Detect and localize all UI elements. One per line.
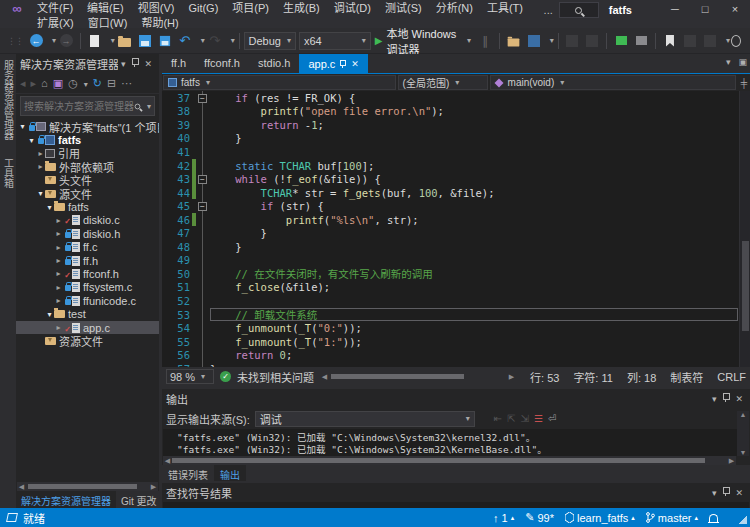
float-window-icon[interactable]: ▣ [738, 57, 747, 67]
document-tab[interactable]: ffconf.h [195, 54, 249, 73]
member-dropdown[interactable]: main(void)▾ [490, 75, 736, 90]
panel-close-icon[interactable]: ✕ [141, 59, 155, 69]
tree-item[interactable]: ▾源文件 [16, 187, 159, 200]
code-line[interactable]: 47 } [162, 226, 750, 240]
collapse-arrow-icon[interactable]: ▾ [18, 122, 27, 131]
refresh-icon[interactable]: ↻ [93, 77, 102, 90]
expand-arrow-icon[interactable]: ▸ [36, 162, 45, 171]
health-check-icon[interactable]: ✓ [220, 371, 231, 382]
solution-hscrollbar[interactable]: ◀ ▶ [17, 482, 158, 491]
save-all-icon[interactable] [156, 31, 174, 51]
pause-icon[interactable]: ∥ [476, 31, 494, 51]
tree-item[interactable]: ▸✓ffconf.h [16, 267, 159, 280]
comment-icon[interactable] [612, 31, 630, 51]
eol-mode[interactable]: CRLF [717, 371, 746, 383]
redo-icon[interactable]: ↷ [206, 31, 224, 51]
navigate-forward-icon[interactable]: → [57, 31, 75, 51]
preview-chevron-icon[interactable]: ▾ [550, 36, 554, 45]
toolbar-grip[interactable]: ⋮⋮ [7, 36, 23, 46]
resize-grip[interactable] [737, 512, 747, 524]
step-icon[interactable] [583, 31, 601, 51]
fold-collapse-icon[interactable]: − [198, 202, 207, 211]
editor-hscrollbar[interactable]: ◀ ▶ [320, 371, 516, 382]
code-line[interactable]: 40 } [162, 132, 750, 146]
tree-item[interactable]: ▸diskio.h [16, 227, 159, 240]
menu-item[interactable]: 项目(P) [225, 0, 276, 15]
menu-item[interactable]: 窗口(W) [81, 15, 135, 30]
tab-pin-icon[interactable] [340, 60, 346, 68]
tree-item[interactable]: ▸ff.c [16, 241, 159, 254]
expand-arrow-icon[interactable]: ▸ [54, 216, 63, 225]
document-tab[interactable]: stdio.h [249, 54, 299, 73]
collapse-arrow-icon[interactable]: ▾ [36, 189, 45, 198]
goto-next-message-icon[interactable]: ⇲ [521, 413, 529, 424]
editor-vscrollbar[interactable] [739, 91, 750, 367]
tree-item[interactable]: ▸ffunicode.c [16, 294, 159, 307]
panel-chevron-icon[interactable]: ▾ [709, 488, 720, 498]
open-folder-icon[interactable] [116, 31, 134, 51]
navigate-back-chevron-icon[interactable]: ▾ [52, 36, 56, 45]
tree-back-icon[interactable]: ◂ [20, 77, 26, 90]
code-line[interactable]: 55 f_unmount(_T("1:")); [162, 335, 750, 349]
code-line[interactable]: 57} [162, 362, 750, 367]
code-line[interactable]: 44 TCHAR* str = f_gets(buf, 100, &file); [162, 186, 750, 200]
toolbar-overflow-icon[interactable]: ⋯ [121, 77, 132, 90]
code-line[interactable]: 41 [162, 145, 750, 159]
project-dropdown[interactable]: fatfs▾ [163, 75, 396, 90]
tree-forward-icon[interactable]: ▸ [31, 77, 37, 90]
menu-item[interactable]: 调试(D) [327, 0, 378, 15]
pending-edits-button[interactable]: ✎ 99* [525, 511, 554, 524]
collapse-arrow-icon[interactable]: ▾ [45, 310, 54, 319]
menu-overflow-icon[interactable]: ... [538, 4, 559, 16]
close-button[interactable]: × [720, 0, 750, 20]
code-line[interactable]: 37− if (res != FR_OK) { [162, 91, 750, 105]
fold-collapse-icon[interactable]: − [198, 175, 207, 184]
notifications-bell-icon[interactable] [709, 514, 718, 522]
find-message-icon[interactable]: ⇤ [494, 413, 502, 424]
tree-item[interactable]: ▾fatfs [16, 133, 159, 146]
start-debugging-button[interactable]: ▶ 本地 Windows 调试器 ▾ [371, 31, 475, 51]
branch-button[interactable]: master ▴ [646, 512, 698, 524]
menu-item[interactable]: Git(G) [181, 0, 225, 15]
goto-prev-message-icon[interactable]: ⇱ [507, 413, 515, 424]
solution-configuration-dropdown[interactable]: Debug▾ [244, 32, 296, 50]
code-line[interactable]: 46 printf("%ls\n", str); [162, 213, 750, 227]
panel-tab-输出[interactable]: 输出 [214, 465, 246, 481]
pending-changes-filter-icon[interactable]: ◷▾ [68, 77, 88, 90]
clear-all-icon[interactable]: ☰ [534, 413, 543, 424]
code-line[interactable]: 49 [162, 254, 750, 268]
code-line[interactable]: 39 return -1; [162, 118, 750, 132]
tree-item[interactable]: ▸ff.h [16, 254, 159, 267]
maximize-button[interactable]: □ [690, 0, 720, 20]
expand-arrow-icon[interactable]: ▸ [54, 256, 63, 265]
menu-item[interactable]: 测试(S) [378, 0, 429, 15]
background-tasks-icon[interactable] [6, 513, 18, 522]
tree-item[interactable]: ▾test [16, 307, 159, 320]
ide-preview-icon[interactable] [525, 31, 543, 51]
switch-views-icon[interactable]: ▣ [53, 77, 63, 90]
menu-item[interactable]: 编辑(E) [80, 0, 131, 15]
word-wrap-icon[interactable]: ⏎ [548, 413, 556, 424]
search-chevron-icon[interactable]: ▾ [147, 102, 151, 111]
bookmark-chevron-icon[interactable]: ▾ [726, 36, 730, 45]
bookmark-icon[interactable] [661, 31, 679, 51]
minimize-button[interactable]: ─ [660, 0, 690, 20]
split-window-icon[interactable]: ╪ [738, 75, 750, 90]
solution-search-input[interactable] [24, 101, 134, 112]
collapse-all-icon[interactable]: ⊟ [107, 77, 116, 90]
expand-arrow-icon[interactable]: ▸ [54, 323, 63, 332]
tree-item[interactable]: ▸✓diskio.c [16, 214, 159, 227]
panel-chevron-icon[interactable]: ▾ [709, 394, 720, 404]
menu-item[interactable]: 文件(F) [30, 0, 80, 15]
menu-item[interactable]: 扩展(X) [30, 15, 81, 30]
collapse-arrow-icon[interactable]: ▾ [45, 203, 54, 212]
panel-close-icon[interactable]: ✕ [732, 394, 746, 404]
panel-chevron-icon[interactable]: ▾ [118, 59, 129, 69]
tree-item[interactable]: ▾解决方案"fatfs"(1 个项目/共 1 [16, 120, 159, 133]
expand-arrow-icon[interactable]: ▸ [36, 149, 45, 158]
menu-item[interactable]: 帮助(H) [134, 15, 185, 30]
panel-tab-错误列表[interactable]: 错误列表 [162, 465, 214, 481]
panel-pin-icon[interactable] [128, 58, 141, 69]
expand-arrow-icon[interactable]: ▸ [54, 269, 63, 278]
panel-tab-解决方案资源管理器[interactable]: 解决方案资源管理器 [16, 491, 116, 508]
